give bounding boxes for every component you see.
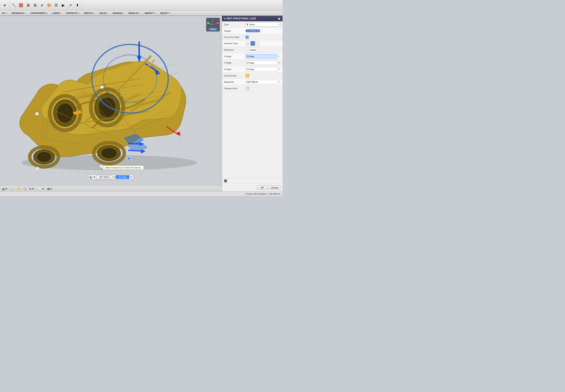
menu-loads[interactable]: LOADS ▼ bbox=[50, 11, 64, 15]
type-dropdown[interactable]: ⬇ Force ▼ bbox=[246, 22, 281, 27]
toolbar-btn-3[interactable]: ⊞ bbox=[31, 1, 39, 10]
svg-point-27 bbox=[37, 168, 38, 169]
bottom-btn-zoom[interactable]: 🔍 bbox=[22, 187, 27, 191]
edit-structural-load-panel: EDIT STRUCTURAL LOAD ▶ Type ⬇ Force ▼ Ta… bbox=[222, 16, 283, 191]
toolbar-btn-2[interactable]: 🖥 bbox=[25, 1, 31, 10]
hud-angle-dropdown[interactable]: ▼ bbox=[130, 176, 132, 178]
hud-angle-value[interactable]: 0.0 deg bbox=[116, 175, 130, 179]
targets-face-icon: ⬡ bbox=[247, 30, 249, 32]
toolbar-btn-7[interactable]: ▶ bbox=[60, 1, 67, 10]
bottom-toolbar: ⬕▼ ⬚ ✋ 🔍 ⊕▼ ⬜▼ ▦▼ bbox=[0, 186, 222, 191]
menu-constraints[interactable]: CONSTRAINTS ▼ bbox=[28, 11, 50, 15]
svg-point-23 bbox=[101, 86, 102, 87]
reference-select-btn[interactable]: ⬡ Select bbox=[246, 48, 258, 52]
z-angle-value: ▼ bbox=[246, 67, 281, 71]
y-angle-label: Y Angle bbox=[224, 62, 246, 64]
menu-solve[interactable]: SOLVE ▼ bbox=[97, 11, 111, 15]
panel-row-targets: Targets ⬡ 2 Faces ✕ bbox=[222, 28, 283, 34]
z-angle-input[interactable] bbox=[246, 67, 277, 71]
direction-type-icons: ⊿ ↗ ⊥ bbox=[246, 41, 260, 46]
bottom-btn-pan[interactable]: ✋ bbox=[16, 187, 21, 191]
toolbar-btn-6[interactable]: ☰ bbox=[53, 1, 60, 10]
reference-icon: ⬡ bbox=[247, 49, 249, 51]
menu-manage[interactable]: MANAGE ▼ bbox=[111, 11, 127, 15]
check-icon: ✔ bbox=[40, 3, 44, 8]
toolbar-btn-9[interactable]: ⬆ bbox=[74, 1, 81, 10]
hud-arrow-icon: ⬕ bbox=[90, 175, 92, 179]
y-angle-dropdown[interactable]: ▼ bbox=[278, 61, 281, 64]
panel-title-area: EDIT STRUCTURAL LOAD bbox=[224, 17, 256, 20]
arrow-icon: ↗ bbox=[68, 3, 73, 8]
hud-force-dropdown[interactable]: ▼ bbox=[113, 176, 115, 178]
direction-type-value: ⊿ ↗ ⊥ bbox=[246, 41, 281, 46]
model-svg bbox=[6, 22, 216, 182]
svg-text:Z: Z bbox=[213, 19, 214, 21]
direction-type-label: Direction Type bbox=[224, 42, 246, 45]
ok-button[interactable]: OK bbox=[257, 185, 268, 190]
targets-remove-btn[interactable]: ✕ bbox=[257, 30, 259, 32]
z-angle-label: Z Angle bbox=[224, 68, 246, 70]
bottom-btn-move[interactable]: ⬕▼ bbox=[1, 187, 8, 191]
menu-ify[interactable]: IFY ▼ bbox=[0, 11, 10, 15]
toolbar-btn-5[interactable]: 🎨 bbox=[46, 1, 53, 10]
y-angle-value: ▼ bbox=[246, 61, 281, 65]
color-icon: 🎨 bbox=[47, 3, 52, 8]
toolbar-icons-group: 🔧 🧱 🖥 ⊞ ✔ 🎨 ☰ ▶ ↗ ⬆ bbox=[10, 0, 82, 11]
magnitude-label: Magnitude bbox=[224, 81, 246, 83]
flip-direction-label: Flip Direction bbox=[224, 74, 246, 77]
bottom-btn-view1[interactable]: ⬜▼ bbox=[38, 187, 45, 191]
magnitude-input[interactable] bbox=[246, 80, 277, 84]
bottom-btn-rotate[interactable]: ⊕▼ bbox=[29, 187, 35, 191]
x-angle-dropdown[interactable]: ▼ bbox=[278, 55, 281, 58]
dir-type-btn-1[interactable]: ↗ bbox=[251, 41, 255, 46]
force-per-entity-checkbox[interactable]: ✓ bbox=[246, 36, 249, 39]
person-icon: 🔧 bbox=[12, 3, 16, 8]
app-dot bbox=[4, 4, 5, 6]
display-icon: 🖥 bbox=[26, 3, 30, 8]
grid-icon: ⊞ bbox=[33, 3, 37, 8]
menu-contacts[interactable]: CONTACTS ▼ bbox=[64, 11, 82, 15]
change-units-icon[interactable]: 📋 bbox=[246, 86, 249, 90]
change-units-label: Change Units bbox=[224, 87, 246, 90]
cancel-button[interactable]: Cancel bbox=[269, 185, 281, 190]
info-icon: ℹ bbox=[224, 179, 227, 182]
menu-select[interactable]: SELECT ▼ bbox=[158, 11, 173, 15]
x-angle-input[interactable] bbox=[246, 54, 277, 58]
x-angle-value: ▼ bbox=[246, 54, 281, 58]
toolbar-btn-0[interactable]: 🔧 bbox=[10, 1, 17, 10]
svg-point-29 bbox=[101, 166, 102, 166]
panel-close-btn[interactable]: ▶ bbox=[278, 17, 281, 20]
svg-point-18 bbox=[37, 152, 51, 162]
targets-value: ⬡ 2 Faces ✕ bbox=[246, 29, 281, 32]
hud-force-value[interactable]: 5337.866 N bbox=[97, 175, 112, 179]
hud-bar: ⬕ ▼ 5337.866 N ▼ 0.0 deg ▼ bbox=[88, 174, 133, 180]
menu-materials[interactable]: MATERIALS ▼ bbox=[10, 11, 28, 15]
bottom-btn-snap[interactable]: ⬚ bbox=[10, 187, 14, 191]
bottom-btn-view2[interactable]: ▦▼ bbox=[46, 187, 53, 191]
z-angle-dropdown[interactable]: ▼ bbox=[278, 68, 281, 71]
panel-header: EDIT STRUCTURAL LOAD ▶ bbox=[222, 16, 283, 21]
viewport[interactable]: Select location(s) for load (only faces)… bbox=[0, 16, 222, 191]
y-angle-input[interactable] bbox=[246, 61, 277, 65]
gizmo[interactable]: Z↑ X Y Z FRONT bbox=[206, 18, 220, 31]
gizmo-svg: Z↑ X Y Z FRONT bbox=[206, 18, 220, 31]
panel-row-change-units: Change Units 📋 bbox=[222, 85, 283, 92]
toolbar: 🔧 🧱 🖥 ⊞ ✔ 🎨 ☰ ▶ ↗ ⬆ bbox=[0, 0, 283, 11]
toolbar-btn-1[interactable]: 🧱 bbox=[17, 1, 25, 10]
targets-tag-text: 2 Faces bbox=[249, 30, 257, 32]
dir-type-btn-0[interactable]: ⊿ bbox=[246, 41, 250, 46]
menu-display[interactable]: DISPLAY ▼ bbox=[82, 11, 97, 15]
statusbar-text: 2 Faces | Min Distance : 125.489 mm bbox=[245, 193, 281, 195]
flip-direction-icon[interactable]: 🔀 bbox=[246, 74, 249, 78]
targets-tag: ⬡ 2 Faces ✕ bbox=[246, 29, 260, 32]
magnitude-dropdown[interactable]: ▼ bbox=[278, 81, 281, 83]
gizmo-label: FRONT bbox=[210, 28, 216, 30]
menu-results[interactable]: RESULTS ▼ bbox=[127, 11, 143, 15]
toolbar-btn-8[interactable]: ↗ bbox=[67, 1, 74, 10]
svg-text:Y: Y bbox=[208, 23, 209, 24]
hud-dropdown-icon[interactable]: ▼ bbox=[93, 175, 96, 179]
toolbar-btn-4[interactable]: ✔ bbox=[39, 1, 46, 10]
menu-inspect[interactable]: INSPECT ▼ bbox=[143, 11, 158, 15]
dir-type-btn-2[interactable]: ⊥ bbox=[256, 41, 260, 46]
info-row: ℹ bbox=[222, 178, 283, 184]
